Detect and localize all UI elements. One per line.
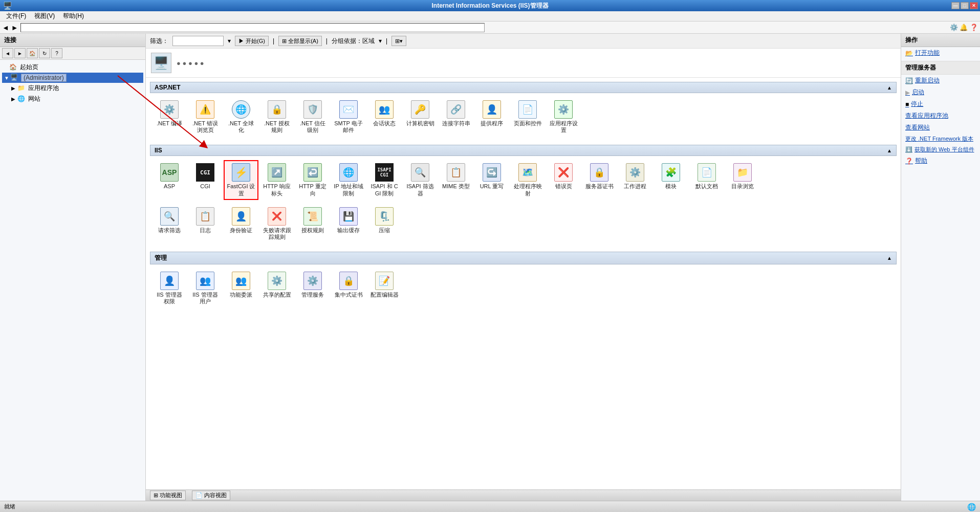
feature-view-button[interactable]: ⊞ 功能视图: [150, 491, 186, 500]
menu-file[interactable]: 文件(F): [2, 11, 30, 21]
icon-ssl-cert[interactable]: 🔒 服务器证书: [582, 160, 617, 199]
icon-providers[interactable]: 👤 提供程序: [474, 97, 509, 137]
tree-item-server[interactable]: ▼ 🖥️ (Administrator): [2, 73, 143, 83]
close-button[interactable]: ✕: [970, 2, 978, 9]
back-button[interactable]: ◄: [2, 24, 9, 32]
connections-header: 连接: [0, 34, 145, 47]
icon-pages-controls[interactable]: 📄 页面和控件: [510, 97, 545, 137]
get-web-icon: ⬇️: [905, 146, 912, 153]
show-all-button[interactable]: ⊞ 全部显示(A): [278, 36, 322, 46]
action-help[interactable]: ❓ 帮助: [901, 155, 980, 167]
icon-net-compile[interactable]: ⚙️ .NET 编译: [152, 97, 187, 137]
pages-label: 页面和控件: [514, 120, 542, 127]
server-label: (Administrator): [21, 74, 67, 82]
content-view-button[interactable]: 📄 内容视图: [192, 491, 230, 500]
tree-item-apppool[interactable]: ▶ 📁 应用程序池: [10, 83, 143, 94]
icon-http-redirect[interactable]: ↩️ HTTP 重定向: [295, 160, 330, 199]
icon-errors[interactable]: ❌ 错误页: [546, 160, 581, 199]
toolbar-back[interactable]: ◄: [2, 48, 13, 58]
req-filter-label: 请求筛选: [158, 227, 181, 234]
toolbar-refresh[interactable]: ↻: [39, 48, 50, 58]
errors-label: 错误页: [555, 183, 572, 190]
isapi-filter-label: ISAPI 筛选器: [405, 183, 435, 196]
icon-output-cache[interactable]: 💾 输出缓存: [331, 204, 366, 243]
icon-ip-domain[interactable]: 🌐 IP 地址和域限制: [331, 160, 366, 199]
icon-iis-mgr-perm[interactable]: 👤 IIS 管理器权限: [152, 269, 187, 308]
providers-icon: 👤: [483, 100, 501, 119]
icon-shared-config[interactable]: ⚙️ 共享的配置: [259, 269, 294, 308]
action-change-net[interactable]: 更改 .NET Framework 版本: [901, 133, 980, 144]
icon-dir-browse[interactable]: 📁 目录浏览: [725, 160, 760, 199]
isapi-cgi-icon: ISAPI CGI: [375, 163, 394, 182]
management-section-header[interactable]: 管理 ▲: [150, 252, 897, 264]
action-start[interactable]: ▶ 启动: [901, 86, 980, 98]
icon-compress[interactable]: 🗜️ 压缩: [367, 204, 402, 243]
stop-label: 停止: [911, 100, 923, 108]
ssl-cert-label: 服务器证书: [585, 183, 614, 190]
icon-req-filter[interactable]: 🔍 请求筛选: [152, 204, 187, 243]
action-restart[interactable]: 🔄 重新启动: [901, 75, 980, 86]
icon-isapi-cgi[interactable]: ISAPI CGI ISAPI 和 CGI 限制: [367, 160, 402, 199]
icon-config-editor[interactable]: 📝 配置编辑器: [367, 269, 402, 308]
icon-net-access[interactable]: 🔒 .NET 授权规则: [259, 97, 294, 137]
minimize-button[interactable]: —: [951, 2, 960, 9]
url-rewrite-label: URL 重写: [480, 183, 504, 190]
dir-browse-label: 目录浏览: [731, 183, 754, 190]
menu-help[interactable]: 帮助(H): [59, 11, 88, 21]
smtp-label: SMTP 电子邮件: [333, 120, 364, 133]
address-input[interactable]: [20, 23, 485, 32]
restart-label: 重新启动: [915, 76, 940, 85]
toolbar-help[interactable]: ?: [51, 48, 62, 58]
icon-modules[interactable]: 🧩 模块: [654, 160, 688, 199]
action-open-feature[interactable]: 📂 打开功能: [901, 47, 980, 59]
view-button[interactable]: ⊞▾: [391, 36, 406, 46]
filter-input[interactable]: [172, 36, 224, 46]
connections-panel: 连接 ◄ ► 🏠 ↻ ? 🏠 起始页 ▼: [0, 34, 146, 501]
action-stop[interactable]: ■ 停止: [901, 98, 980, 110]
aspnet-section-header[interactable]: ASP.NET ▲: [150, 82, 897, 93]
machine-key-icon: 🔑: [411, 100, 429, 119]
toolbar-forward[interactable]: ►: [14, 48, 26, 58]
icon-default-doc[interactable]: 📄 默认文档: [689, 160, 724, 199]
icon-fastcgi[interactable]: ⚡ FastCGI 设置: [224, 160, 258, 199]
toolbar-home[interactable]: 🏠: [27, 48, 38, 58]
icon-net-error[interactable]: ⚠️ .NET 错误浏览页: [188, 97, 223, 137]
icon-smtp[interactable]: ✉️ SMTP 电子邮件: [331, 97, 366, 137]
icon-http-headers[interactable]: ↗️ HTTP 响应标头: [259, 160, 294, 199]
icon-log[interactable]: 📋 日志: [188, 204, 223, 243]
icon-app-settings[interactable]: ⚙️ 应用程序设置: [546, 97, 581, 137]
tree-item-sites[interactable]: ▶ 🌐 网站: [10, 94, 143, 104]
dir-browse-icon: 📁: [733, 163, 752, 182]
icon-mgmt-service[interactable]: ⚙️ 管理服务: [295, 269, 330, 308]
icon-central-cert[interactable]: 🔒 集中式证书: [331, 269, 366, 308]
icon-asp[interactable]: ASP ASP: [152, 160, 187, 199]
icon-mime[interactable]: 📋 MIME 类型: [439, 160, 473, 199]
maximize-button[interactable]: □: [961, 2, 969, 9]
icon-auth-rules[interactable]: 📜 授权规则: [295, 204, 330, 243]
conn-str-label: 连接字符串: [442, 120, 470, 127]
icon-isapi-filter[interactable]: 🔍 ISAPI 筛选器: [403, 160, 438, 199]
menu-view[interactable]: 视图(V): [30, 11, 59, 21]
icon-session[interactable]: 👥 会话状态: [367, 97, 402, 137]
icon-iis-mgr-user[interactable]: 👥 IIS 管理器用户: [188, 269, 223, 308]
icon-conn-str[interactable]: 🔗 连接字符串: [439, 97, 473, 137]
icon-failed-req[interactable]: ❌ 失败请求跟踪规则: [259, 204, 294, 243]
icon-net-global[interactable]: 🌐 .NET 全球化: [224, 97, 258, 137]
server-expand: ▼: [4, 75, 10, 81]
action-view-apppool[interactable]: 查看应用程序池: [901, 110, 980, 122]
start-button[interactable]: ▶ 开始(G): [235, 36, 269, 46]
forward-button[interactable]: ►: [11, 24, 18, 32]
icon-handler[interactable]: 🗺️ 处理程序映射: [510, 160, 545, 199]
icon-auth[interactable]: 👤 身份验证: [224, 204, 258, 243]
icon-url-rewrite[interactable]: ↪️ URL 重写: [474, 160, 509, 199]
icon-net-trust[interactable]: 🛡️ .NET 信任级别: [295, 97, 330, 137]
icon-feature-delegate[interactable]: 👥 功能委派: [224, 269, 258, 308]
action-view-sites[interactable]: 查看网站: [901, 122, 980, 133]
action-get-web[interactable]: ⬇️ 获取新的 Web 平台组件: [901, 144, 980, 155]
icon-worker[interactable]: ⚙️ 工作进程: [618, 160, 652, 199]
icon-machine-key[interactable]: 🔑 计算机密钥: [403, 97, 438, 137]
tree-item-startpage[interactable]: 🏠 起始页: [2, 62, 143, 73]
icon-cgi[interactable]: CGI CGI: [188, 160, 223, 199]
aspnet-collapse-arrow: ▲: [887, 85, 892, 91]
iis-section-header[interactable]: IIS ▲: [150, 145, 897, 156]
